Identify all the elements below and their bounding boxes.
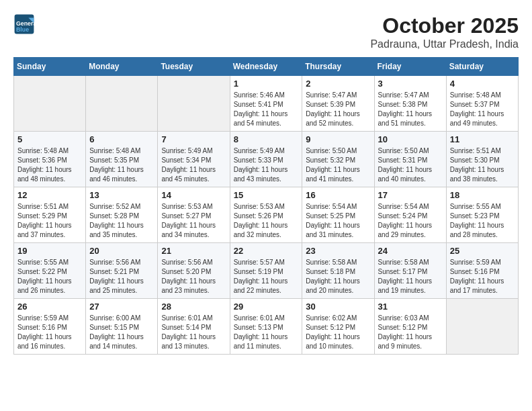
calendar-day-cell xyxy=(86,76,158,132)
calendar-day-cell: 4Sunrise: 5:48 AM Sunset: 5:37 PM Daylig… xyxy=(446,76,518,132)
day-number: 15 xyxy=(234,190,299,200)
month-title: October 2025 xyxy=(370,13,519,38)
day-number: 25 xyxy=(450,246,515,256)
day-number: 11 xyxy=(450,134,515,144)
day-info: Sunrise: 5:49 AM Sunset: 5:33 PM Dayligh… xyxy=(234,146,299,184)
day-number: 19 xyxy=(17,246,82,256)
calendar-day-cell xyxy=(14,76,86,132)
day-number: 28 xyxy=(161,302,226,312)
weekday-header-row: SundayMondayTuesdayWednesdayThursdayFrid… xyxy=(14,58,519,76)
calendar-week-row: 12Sunrise: 5:51 AM Sunset: 5:29 PM Dayli… xyxy=(14,187,519,243)
day-info: Sunrise: 5:56 AM Sunset: 5:21 PM Dayligh… xyxy=(89,258,154,295)
calendar-day-cell: 30Sunrise: 6:02 AM Sunset: 5:12 PM Dayli… xyxy=(302,299,374,355)
calendar-day-cell: 6Sunrise: 5:48 AM Sunset: 5:35 PM Daylig… xyxy=(86,132,158,187)
weekday-header-cell: Thursday xyxy=(302,58,374,76)
day-info: Sunrise: 5:53 AM Sunset: 5:27 PM Dayligh… xyxy=(161,202,226,240)
day-info: Sunrise: 5:48 AM Sunset: 5:37 PM Dayligh… xyxy=(450,91,515,128)
calendar-day-cell: 12Sunrise: 5:51 AM Sunset: 5:29 PM Dayli… xyxy=(14,187,86,243)
day-number: 6 xyxy=(89,134,154,144)
day-info: Sunrise: 5:52 AM Sunset: 5:28 PM Dayligh… xyxy=(89,202,154,240)
day-number: 12 xyxy=(17,190,82,200)
calendar-day-cell: 26Sunrise: 5:59 AM Sunset: 5:16 PM Dayli… xyxy=(14,299,86,355)
calendar-header: General Blue October 2025 Padrauna, Utta… xyxy=(13,13,519,50)
day-info: Sunrise: 5:58 AM Sunset: 5:17 PM Dayligh… xyxy=(378,258,443,295)
calendar-day-cell: 3Sunrise: 5:47 AM Sunset: 5:38 PM Daylig… xyxy=(374,76,446,132)
day-number: 1 xyxy=(234,79,299,89)
day-number: 16 xyxy=(306,190,370,200)
weekday-header-cell: Sunday xyxy=(14,58,86,76)
calendar-week-row: 5Sunrise: 5:48 AM Sunset: 5:36 PM Daylig… xyxy=(14,132,519,187)
day-number: 27 xyxy=(89,302,154,312)
calendar-table: SundayMondayTuesdayWednesdayThursdayFrid… xyxy=(13,57,519,355)
weekday-header-cell: Tuesday xyxy=(158,58,230,76)
day-info: Sunrise: 5:48 AM Sunset: 5:35 PM Dayligh… xyxy=(89,146,154,184)
svg-text:Blue: Blue xyxy=(16,26,29,33)
day-number: 31 xyxy=(378,302,443,312)
day-info: Sunrise: 5:55 AM Sunset: 5:23 PM Dayligh… xyxy=(450,202,515,240)
calendar-day-cell: 29Sunrise: 6:01 AM Sunset: 5:13 PM Dayli… xyxy=(230,299,302,355)
calendar-day-cell: 16Sunrise: 5:54 AM Sunset: 5:25 PM Dayli… xyxy=(302,187,374,243)
day-number: 7 xyxy=(161,134,226,144)
day-number: 3 xyxy=(378,79,443,89)
calendar-week-row: 19Sunrise: 5:55 AM Sunset: 5:22 PM Dayli… xyxy=(14,243,519,299)
day-number: 14 xyxy=(161,190,226,200)
calendar-day-cell: 11Sunrise: 5:51 AM Sunset: 5:30 PM Dayli… xyxy=(446,132,518,187)
day-number: 23 xyxy=(306,246,370,256)
calendar-week-row: 1Sunrise: 5:46 AM Sunset: 5:41 PM Daylig… xyxy=(14,76,519,132)
day-number: 20 xyxy=(89,246,154,256)
day-info: Sunrise: 6:01 AM Sunset: 5:14 PM Dayligh… xyxy=(161,314,226,351)
day-info: Sunrise: 6:01 AM Sunset: 5:13 PM Dayligh… xyxy=(234,314,299,351)
day-number: 2 xyxy=(306,79,370,89)
day-info: Sunrise: 5:53 AM Sunset: 5:26 PM Dayligh… xyxy=(234,202,299,240)
day-number: 13 xyxy=(89,190,154,200)
calendar-day-cell: 22Sunrise: 5:57 AM Sunset: 5:19 PM Dayli… xyxy=(230,243,302,299)
weekday-header-cell: Wednesday xyxy=(230,58,302,76)
day-info: Sunrise: 6:03 AM Sunset: 5:12 PM Dayligh… xyxy=(378,314,443,351)
day-info: Sunrise: 5:54 AM Sunset: 5:25 PM Dayligh… xyxy=(306,202,370,240)
day-number: 24 xyxy=(378,246,443,256)
calendar-week-row: 26Sunrise: 5:59 AM Sunset: 5:16 PM Dayli… xyxy=(14,299,519,355)
day-info: Sunrise: 5:59 AM Sunset: 5:16 PM Dayligh… xyxy=(450,258,515,295)
day-number: 21 xyxy=(161,246,226,256)
calendar-day-cell: 15Sunrise: 5:53 AM Sunset: 5:26 PM Dayli… xyxy=(230,187,302,243)
logo-icon: General Blue xyxy=(13,13,35,35)
calendar-day-cell: 5Sunrise: 5:48 AM Sunset: 5:36 PM Daylig… xyxy=(14,132,86,187)
day-info: Sunrise: 5:50 AM Sunset: 5:31 PM Dayligh… xyxy=(378,146,443,184)
calendar-day-cell: 2Sunrise: 5:47 AM Sunset: 5:39 PM Daylig… xyxy=(302,76,374,132)
calendar-day-cell: 9Sunrise: 5:50 AM Sunset: 5:32 PM Daylig… xyxy=(302,132,374,187)
day-info: Sunrise: 5:59 AM Sunset: 5:16 PM Dayligh… xyxy=(17,314,82,351)
day-info: Sunrise: 5:47 AM Sunset: 5:38 PM Dayligh… xyxy=(378,91,443,128)
calendar-day-cell: 1Sunrise: 5:46 AM Sunset: 5:41 PM Daylig… xyxy=(230,76,302,132)
calendar-day-cell: 19Sunrise: 5:55 AM Sunset: 5:22 PM Dayli… xyxy=(14,243,86,299)
day-number: 17 xyxy=(378,190,443,200)
calendar-day-cell: 27Sunrise: 6:00 AM Sunset: 5:15 PM Dayli… xyxy=(86,299,158,355)
day-number: 8 xyxy=(234,134,299,144)
day-info: Sunrise: 5:49 AM Sunset: 5:34 PM Dayligh… xyxy=(161,146,226,184)
day-number: 30 xyxy=(306,302,370,312)
day-info: Sunrise: 5:51 AM Sunset: 5:30 PM Dayligh… xyxy=(450,146,515,184)
day-info: Sunrise: 6:00 AM Sunset: 5:15 PM Dayligh… xyxy=(89,314,154,351)
calendar-day-cell: 25Sunrise: 5:59 AM Sunset: 5:16 PM Dayli… xyxy=(446,243,518,299)
day-number: 9 xyxy=(306,134,370,144)
day-info: Sunrise: 5:47 AM Sunset: 5:39 PM Dayligh… xyxy=(306,91,370,128)
weekday-header-cell: Monday xyxy=(86,58,158,76)
logo: General Blue xyxy=(13,13,38,35)
title-area: October 2025 Padrauna, Uttar Pradesh, In… xyxy=(370,13,519,50)
calendar-day-cell: 21Sunrise: 5:56 AM Sunset: 5:20 PM Dayli… xyxy=(158,243,230,299)
day-info: Sunrise: 5:56 AM Sunset: 5:20 PM Dayligh… xyxy=(161,258,226,295)
day-info: Sunrise: 5:46 AM Sunset: 5:41 PM Dayligh… xyxy=(234,91,299,128)
day-info: Sunrise: 6:02 AM Sunset: 5:12 PM Dayligh… xyxy=(306,314,370,351)
calendar-day-cell: 14Sunrise: 5:53 AM Sunset: 5:27 PM Dayli… xyxy=(158,187,230,243)
calendar-day-cell: 20Sunrise: 5:56 AM Sunset: 5:21 PM Dayli… xyxy=(86,243,158,299)
day-number: 10 xyxy=(378,134,443,144)
day-number: 4 xyxy=(450,79,515,89)
day-number: 5 xyxy=(17,134,82,144)
day-info: Sunrise: 5:58 AM Sunset: 5:18 PM Dayligh… xyxy=(306,258,370,295)
calendar-day-cell: 18Sunrise: 5:55 AM Sunset: 5:23 PM Dayli… xyxy=(446,187,518,243)
day-number: 22 xyxy=(234,246,299,256)
day-info: Sunrise: 5:57 AM Sunset: 5:19 PM Dayligh… xyxy=(234,258,299,295)
day-info: Sunrise: 5:48 AM Sunset: 5:36 PM Dayligh… xyxy=(17,146,82,184)
day-number: 26 xyxy=(17,302,82,312)
calendar-day-cell: 10Sunrise: 5:50 AM Sunset: 5:31 PM Dayli… xyxy=(374,132,446,187)
day-info: Sunrise: 5:54 AM Sunset: 5:24 PM Dayligh… xyxy=(378,202,443,240)
